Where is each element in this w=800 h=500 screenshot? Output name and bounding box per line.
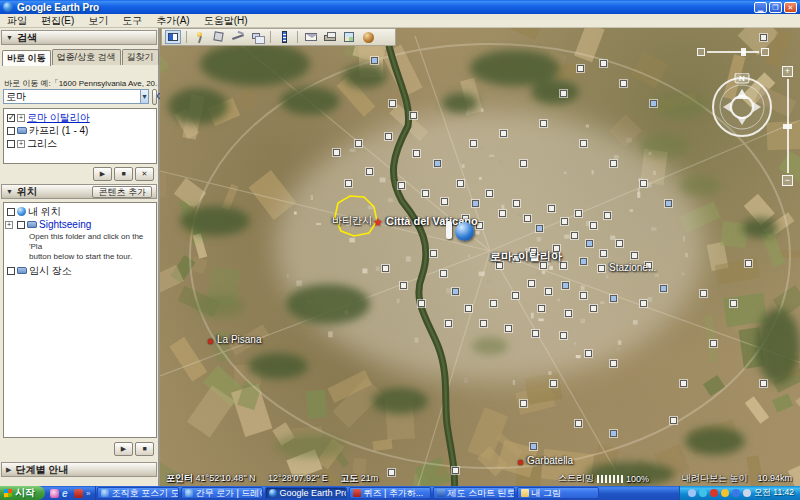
search-panel-header[interactable]: ▼ 검색 xyxy=(1,30,157,45)
la-pisana-placemark[interactable] xyxy=(208,339,213,344)
window-title: Google Earth Pro xyxy=(17,2,752,13)
close-button[interactable]: ✕ xyxy=(784,2,797,13)
map-viewport[interactable]: 바티칸시 ★ Città del Vaticano 로마, 이탈리아 Stazi… xyxy=(160,28,800,486)
expander-icon[interactable]: + xyxy=(17,140,25,148)
windows-flag-icon xyxy=(4,489,12,498)
tray-icon[interactable] xyxy=(699,489,707,497)
zoom-in-button[interactable]: + xyxy=(782,66,793,77)
tray-icon[interactable] xyxy=(732,489,740,497)
pointer-coordinates: 포인터 41°52'10.48" N 12°28'07.92" E 고도 21m xyxy=(166,472,378,485)
windows-taskbar: 시작 e » 조직호 포스기 도시... 간무 로가 | 드레이... Goog… xyxy=(0,486,800,500)
tab-fly-to[interactable]: 바로 이동 xyxy=(2,50,51,66)
play-tour-button[interactable]: ▶ xyxy=(114,442,133,456)
taskbar-task-1[interactable]: 조직호 포스기 도시... xyxy=(97,487,179,499)
vatican-star-placemark[interactable]: ★ xyxy=(373,216,383,229)
search-result-row[interactable]: + 그리스 xyxy=(5,137,155,150)
altitude-label: 고도 xyxy=(340,473,358,483)
menu-edit[interactable]: 편집(E) xyxy=(34,14,81,28)
tab-find-businesses[interactable]: 업종/상호 검색 xyxy=(52,49,121,65)
menu-add[interactable]: 추가(A) xyxy=(149,14,196,28)
tree-item-temporary-places[interactable]: 임시 장소 xyxy=(5,264,155,277)
places-panel-header[interactable]: ▼ 위치 콘텐츠 추가 xyxy=(1,184,157,199)
toggle-sidebar-icon[interactable] xyxy=(165,30,181,44)
search-result-row[interactable]: 카프리 (1 - 4) xyxy=(5,124,155,137)
label-layer: 바티칸시 ★ Città del Vaticano 로마, 이탈리아 Stazi… xyxy=(160,46,800,486)
add-content-button[interactable]: 콘텐츠 추가 xyxy=(92,186,152,198)
globe-icon[interactable] xyxy=(360,30,376,44)
tree-checkbox[interactable] xyxy=(17,221,25,229)
eye-altitude: 내려다보는 높이 10.94km xyxy=(682,472,792,485)
quick-launch-icon[interactable] xyxy=(74,489,83,498)
tree-label[interactable]: Sightseeing xyxy=(39,219,91,230)
search-result-marker[interactable] xyxy=(446,220,476,242)
taskbar-task-2[interactable]: 간무 로가 | 드레이... xyxy=(181,487,263,499)
menu-file[interactable]: 파일 xyxy=(0,14,34,28)
taskbar-task-5[interactable]: 제도 스마트 틴토... xyxy=(433,487,515,499)
tray-icon[interactable] xyxy=(688,489,696,497)
result-label[interactable]: 로마 이탈리아 xyxy=(27,111,90,125)
play-tour-button[interactable]: ▶ xyxy=(93,167,112,181)
taskbar-task-4[interactable]: 퀴즈 | 추가하... xyxy=(349,487,431,499)
measure-icon[interactable] xyxy=(276,30,292,44)
result-label[interactable]: 카프리 (1 - 4) xyxy=(29,124,88,138)
zoom-slider[interactable]: + − xyxy=(782,66,794,188)
search-result-row[interactable]: + 로마 이탈리아 xyxy=(5,111,155,124)
result-checkbox[interactable] xyxy=(7,114,15,122)
tray-icon[interactable] xyxy=(743,489,751,497)
quick-launch-overflow-chevron[interactable]: » xyxy=(86,489,90,498)
tree-label[interactable]: 내 위치 xyxy=(28,205,61,219)
maximize-button[interactable]: ❐ xyxy=(769,2,782,13)
start-button[interactable]: 시작 xyxy=(0,486,45,500)
photo-placemark-icon[interactable] xyxy=(598,265,605,272)
stop-button[interactable]: ■ xyxy=(135,442,154,456)
expander-icon[interactable]: + xyxy=(17,114,25,122)
tree-checkbox[interactable] xyxy=(7,208,15,216)
photo-placemark-icon[interactable] xyxy=(760,34,767,41)
internet-explorer-icon[interactable]: e xyxy=(62,489,71,498)
taskbar-task-my-pictures[interactable]: 내 그림 xyxy=(517,487,599,499)
add-polygon-icon[interactable] xyxy=(211,30,227,44)
result-checkbox[interactable] xyxy=(7,127,15,135)
result-label[interactable]: 그리스 xyxy=(27,137,57,151)
clear-results-button[interactable]: ✕ xyxy=(135,167,154,181)
tray-icon[interactable] xyxy=(721,489,729,497)
minimize-button[interactable]: ▁ xyxy=(754,2,767,13)
tree-item-sightseeing[interactable]: + Sightseeing xyxy=(5,218,155,231)
menu-help[interactable]: 도움말(H) xyxy=(197,14,255,28)
print-icon[interactable] xyxy=(322,30,338,44)
tab-directions[interactable]: 길찾기 xyxy=(122,49,159,65)
tree-checkbox[interactable] xyxy=(7,267,15,275)
add-path-icon[interactable] xyxy=(230,30,246,44)
tilt-knob[interactable] xyxy=(741,48,746,56)
layers-panel-header[interactable]: ▶ 단계별 안내 xyxy=(1,462,157,477)
zoom-out-button[interactable]: − xyxy=(782,175,793,186)
tree-item-my-places[interactable]: 내 위치 xyxy=(5,205,155,218)
taskbar-task-google-earth[interactable]: Google Earth Pro... xyxy=(265,487,347,499)
combo-dropdown-button[interactable]: ▼ xyxy=(141,89,149,104)
tree-label[interactable]: 임시 장소 xyxy=(29,264,72,278)
places-tree: 내 위치 + Sightseeing Open this folder and … xyxy=(3,202,157,438)
tilt-slider[interactable] xyxy=(697,48,769,56)
view-in-google-maps-icon[interactable] xyxy=(341,30,357,44)
quick-launch: e » xyxy=(45,486,96,500)
tilt-right-button[interactable] xyxy=(761,48,769,56)
compass-navigator[interactable]: N xyxy=(709,73,775,139)
menu-tools[interactable]: 도구 xyxy=(115,14,149,28)
search-input[interactable] xyxy=(3,89,141,104)
stop-button[interactable]: ■ xyxy=(114,167,133,181)
add-image-overlay-icon[interactable] xyxy=(249,30,265,44)
tilt-track[interactable] xyxy=(707,51,759,53)
email-icon[interactable] xyxy=(303,30,319,44)
add-placemark-icon[interactable] xyxy=(192,30,208,44)
expander-icon[interactable]: + xyxy=(5,221,13,229)
zoom-knob[interactable] xyxy=(783,124,792,129)
map-status-bar: 포인터 41°52'10.48" N 12°28'07.92" E 고도 21m… xyxy=(160,472,800,484)
menu-view[interactable]: 보기 xyxy=(81,14,115,28)
document-icon xyxy=(353,489,361,497)
tray-icon[interactable] xyxy=(710,489,718,497)
search-button[interactable] xyxy=(152,89,157,105)
result-checkbox[interactable] xyxy=(7,140,15,148)
tilt-left-button[interactable] xyxy=(697,48,705,56)
quick-launch-icon[interactable] xyxy=(50,489,59,498)
garbatella-placemark[interactable] xyxy=(518,460,523,465)
